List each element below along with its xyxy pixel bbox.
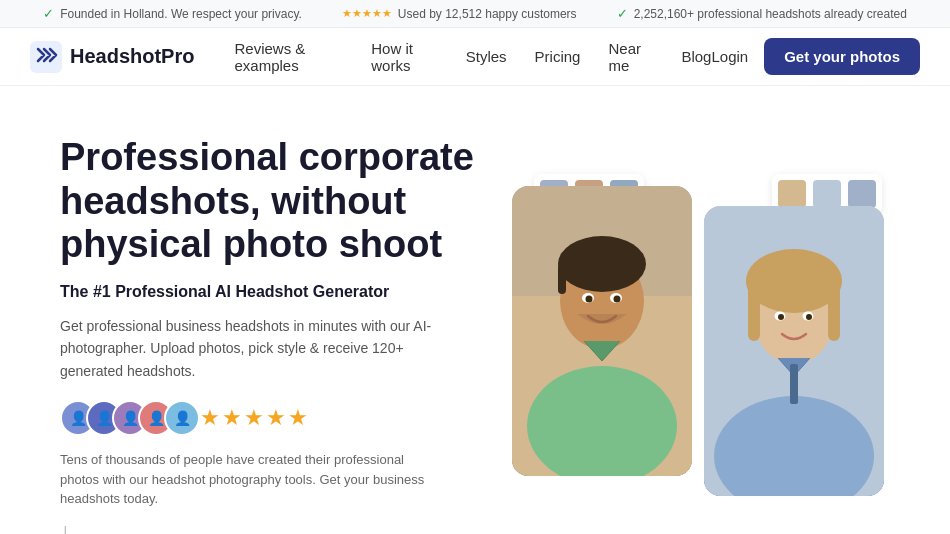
banner-text-3: 2,252,160+ professional headshots alread…	[634, 7, 907, 21]
banner-item-3: ✓ 2,252,160+ professional headshots alre…	[617, 6, 907, 21]
banner-text-1: Founded in Holland. We respect your priv…	[60, 7, 302, 21]
site-header: HeadshotPro Reviews & examples How it wo…	[0, 28, 950, 86]
svg-point-10	[585, 296, 592, 303]
svg-point-16	[746, 249, 842, 313]
logo-link[interactable]: HeadshotPro	[30, 41, 194, 73]
svg-rect-7	[558, 264, 566, 294]
social-proof-row: 👤 👤 👤 👤 👤 ★★★★★	[60, 400, 485, 436]
hero-right	[485, 126, 910, 534]
svg-rect-23	[790, 364, 798, 404]
top-banner: ✓ Founded in Holland. We respect your pr…	[0, 0, 950, 28]
svg-point-11	[613, 296, 620, 303]
svg-point-22	[806, 314, 812, 320]
svg-point-6	[558, 236, 646, 292]
nav-pricing[interactable]: Pricing	[535, 48, 581, 65]
photo-female	[704, 206, 884, 496]
banner-text-2: Used by 12,512 happy customers	[398, 7, 577, 21]
hero-title: Professional corporate headshots, withou…	[60, 136, 485, 267]
svg-rect-17	[748, 281, 760, 341]
female-silhouette	[704, 206, 884, 496]
nav-styles[interactable]: Styles	[466, 48, 507, 65]
hero-tagline: Tens of thousands of people have created…	[60, 450, 440, 509]
svg-rect-0	[30, 41, 62, 73]
nav-blog[interactable]: Blog	[681, 48, 711, 65]
hero-stars: ★★★★★	[200, 405, 310, 431]
hero-description: Get professional business headshots in m…	[60, 315, 440, 382]
female-svg	[704, 206, 884, 496]
login-button[interactable]: Login	[711, 48, 748, 65]
avatar-stack: 👤 👤 👤 👤 👤	[60, 400, 190, 436]
banner-item-1: ✓ Founded in Holland. We respect your pr…	[43, 6, 302, 21]
avatar-5: 👤	[164, 400, 200, 436]
hero-left: Professional corporate headshots, withou…	[60, 126, 485, 534]
arrow-down-icon: ↓	[60, 519, 485, 534]
main-nav: Reviews & examples How it works Styles P…	[234, 40, 711, 74]
male-silhouette	[512, 186, 692, 476]
get-photos-button[interactable]: Get your photos	[764, 38, 920, 75]
logo-text: HeadshotPro	[70, 45, 194, 68]
nav-near-me[interactable]: Near me	[608, 40, 653, 74]
banner-item-2: ★★★★★ Used by 12,512 happy customers	[342, 7, 577, 21]
hero-section: Professional corporate headshots, withou…	[0, 86, 950, 534]
nav-reviews[interactable]: Reviews & examples	[234, 40, 343, 74]
check-icon-2: ✓	[617, 6, 628, 21]
nav-how-it-works[interactable]: How it works	[371, 40, 437, 74]
male-svg	[512, 186, 692, 476]
header-actions: Login Get your photos	[711, 38, 920, 75]
logo-icon	[30, 41, 62, 73]
photo-panels	[512, 186, 884, 496]
photo-male	[512, 186, 692, 476]
check-icon-1: ✓	[43, 6, 54, 21]
photo-panels-container	[512, 156, 884, 496]
svg-point-21	[778, 314, 784, 320]
banner-stars: ★★★★★	[342, 7, 392, 20]
svg-rect-18	[828, 281, 840, 341]
hero-subtitle: The #1 Professional AI Headshot Generato…	[60, 283, 485, 301]
